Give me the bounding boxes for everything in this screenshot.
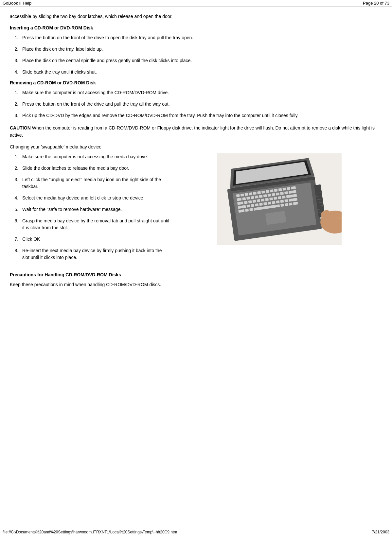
caution-word: CAUTION xyxy=(10,125,31,130)
header-title: GoBook II Help xyxy=(3,1,31,6)
svg-rect-37 xyxy=(269,197,273,200)
footer-path: file://C:\Documents%20and%20Settings\har… xyxy=(3,530,177,534)
swappable-steps-list: Make sure the computer is not accessing … xyxy=(20,153,170,261)
svg-rect-56 xyxy=(249,208,253,211)
svg-rect-58 xyxy=(280,204,284,207)
svg-rect-47 xyxy=(263,202,267,205)
list-item: Left click the "unplug or eject" media b… xyxy=(20,176,170,190)
svg-rect-13 xyxy=(278,188,282,191)
list-item: Make sure the computer is not accessing … xyxy=(20,153,170,160)
svg-rect-43 xyxy=(246,204,250,207)
svg-rect-31 xyxy=(244,201,248,204)
svg-rect-36 xyxy=(265,198,269,201)
svg-rect-49 xyxy=(272,201,276,204)
laptop-illustration xyxy=(217,153,342,245)
swappable-image-col xyxy=(170,153,382,245)
svg-rect-26 xyxy=(276,192,279,195)
remove-steps-list: Make sure the computer is not accessing … xyxy=(20,89,382,119)
svg-rect-18 xyxy=(242,197,246,200)
list-item: Click OK xyxy=(20,236,170,243)
svg-rect-3 xyxy=(236,194,240,197)
swappable-list-col: Make sure the computer is not accessing … xyxy=(10,153,170,266)
footer-date: 7/21/2003 xyxy=(372,530,389,534)
svg-rect-9 xyxy=(261,190,265,193)
swappable-section: Changing your 'swappable' media bay devi… xyxy=(10,144,382,266)
svg-rect-8 xyxy=(257,191,261,194)
svg-rect-55 xyxy=(245,209,249,212)
svg-rect-24 xyxy=(267,194,271,197)
swappable-layout: Make sure the computer is not accessing … xyxy=(10,153,382,266)
precautions-section: Precautions for Handling CD-ROM/DVD-ROM … xyxy=(10,272,382,288)
header-bar: GoBook II Help Page 20 of 73 xyxy=(0,0,392,7)
svg-rect-22 xyxy=(259,195,263,198)
svg-rect-28 xyxy=(284,191,288,194)
svg-rect-27 xyxy=(280,192,284,195)
footer-bar: file://C:\Documents%20and%20Settings\har… xyxy=(0,530,392,534)
svg-rect-21 xyxy=(255,195,258,198)
list-item: Make sure the computer is not accessing … xyxy=(20,89,382,96)
insert-heading: Inserting a CD-ROM or DVD-ROM Disk xyxy=(10,25,382,30)
main-content: accessible by sliding the two bay door l… xyxy=(0,7,392,306)
caution-text: When the computer is reading from a CD-R… xyxy=(10,125,375,138)
svg-rect-59 xyxy=(285,203,288,206)
svg-rect-15 xyxy=(287,187,290,190)
svg-rect-38 xyxy=(274,197,277,199)
svg-rect-19 xyxy=(246,197,250,199)
svg-rect-5 xyxy=(244,193,248,196)
svg-rect-25 xyxy=(272,193,275,196)
svg-rect-4 xyxy=(241,193,244,196)
svg-rect-33 xyxy=(253,200,256,203)
svg-rect-51 xyxy=(280,200,284,203)
list-item: Re-insert the next media bay device by f… xyxy=(20,247,170,261)
list-item: Select the media bay device and left cli… xyxy=(20,195,170,201)
list-item: Slide back the tray until it clicks shut… xyxy=(20,69,382,76)
svg-rect-14 xyxy=(282,187,286,190)
svg-rect-35 xyxy=(261,199,264,201)
remove-heading: Removing a CD-ROM or DVD-ROM Disk xyxy=(10,80,382,85)
header-page: Page 20 of 73 xyxy=(363,1,389,6)
svg-rect-34 xyxy=(257,199,260,202)
caution-block: CAUTION When the computer is reading fro… xyxy=(10,124,382,139)
list-item: Press the button on the front of the dri… xyxy=(20,34,382,41)
svg-rect-52 xyxy=(284,199,288,202)
svg-rect-46 xyxy=(259,203,263,206)
svg-rect-6 xyxy=(249,192,252,195)
svg-rect-60 xyxy=(289,202,293,205)
svg-rect-48 xyxy=(268,201,271,204)
svg-rect-10 xyxy=(266,190,269,193)
svg-rect-20 xyxy=(251,196,254,199)
precautions-text: Keep these precautions in mind when hand… xyxy=(10,281,382,288)
list-item: Slide the door latches to release the me… xyxy=(20,165,170,172)
svg-rect-40 xyxy=(282,196,286,199)
list-item: Press the button on the front of the dri… xyxy=(20,101,382,108)
intro-text: accessible by sliding the two bay door l… xyxy=(10,13,382,20)
svg-rect-50 xyxy=(276,200,280,203)
svg-rect-32 xyxy=(248,200,252,203)
list-item: Wait for the "safe to remove hardware" m… xyxy=(20,206,170,213)
list-item: Grasp the media bay device by the remova… xyxy=(20,217,170,231)
svg-rect-11 xyxy=(270,189,274,192)
insert-steps-list: Press the button on the front of the dri… xyxy=(20,34,382,76)
svg-rect-12 xyxy=(274,189,278,192)
svg-rect-45 xyxy=(255,203,258,206)
list-item: Place the disk on the central spindle an… xyxy=(20,57,382,64)
svg-rect-39 xyxy=(278,196,281,199)
list-item: Pick up the CD-DVD by the edges and remo… xyxy=(20,112,382,119)
svg-rect-44 xyxy=(251,204,254,207)
precautions-heading: Precautions for Handling CD-ROM/DVD-ROM … xyxy=(10,272,382,277)
svg-rect-23 xyxy=(263,194,267,197)
swappable-heading: Changing your 'swappable' media bay devi… xyxy=(10,144,382,149)
list-item: Place the disk on the tray, label side u… xyxy=(20,46,382,53)
svg-rect-7 xyxy=(253,192,257,195)
